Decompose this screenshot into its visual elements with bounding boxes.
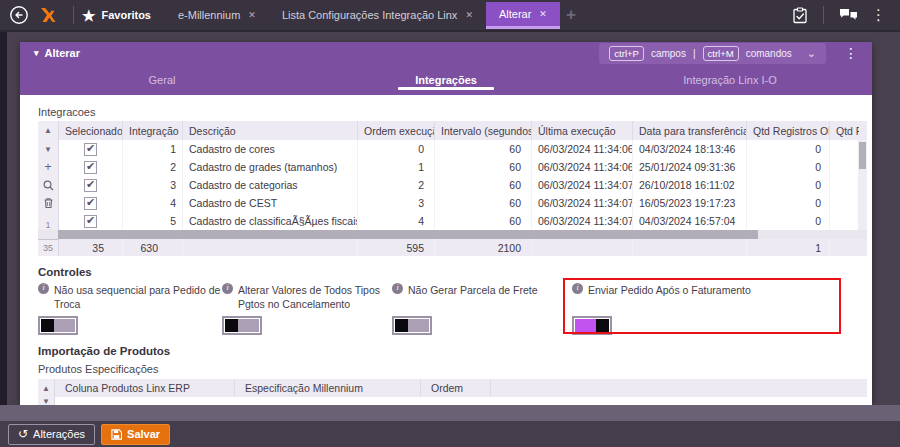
cell-qtd-ok: 0: [747, 212, 830, 230]
cell-qtd-reg: [830, 140, 859, 158]
info-icon[interactable]: i: [222, 283, 233, 294]
current-row-number: 1: [45, 220, 50, 230]
checkbox-checked[interactable]: ✔: [84, 215, 97, 228]
row-tools-cell[interactable]: +: [38, 158, 59, 176]
checkbox-checked[interactable]: ✔: [84, 161, 97, 174]
row-dropdown-icon[interactable]: ▼: [42, 397, 50, 405]
checkbox-checked[interactable]: ✔: [84, 143, 97, 156]
panel-title: Alterar: [45, 47, 80, 59]
tasks-clipboard-icon[interactable]: [785, 7, 815, 24]
alterar-panel: ▾ Alterar ctrl+P campos | ctrl+M comando…: [20, 42, 872, 405]
tab-lista-configuracoes[interactable]: Lista Configurações Integração Linx ✕: [269, 0, 486, 31]
summary-ultima: [532, 239, 633, 256]
panel-title-group[interactable]: ▾ Alterar: [20, 47, 80, 59]
overflow-menu-icon[interactable]: ⋮: [865, 6, 892, 24]
star-icon: ★: [82, 8, 95, 23]
tab-geral[interactable]: Geral: [20, 64, 304, 95]
new-tab-icon[interactable]: +: [566, 5, 576, 25]
summary-descricao: [183, 239, 358, 256]
toggle-nao-gerar-parcela[interactable]: [392, 316, 432, 335]
cell-intervalo: 60: [435, 140, 532, 158]
col-ordem-execucao[interactable]: Ordem execução: [358, 121, 435, 140]
table-row[interactable]: + ✔ 2 Cadastro de grades (tamanhos) 1 60…: [38, 158, 867, 176]
cell-selecionado: ✔: [59, 212, 123, 230]
panel-menu-icon[interactable]: ⋮: [836, 45, 866, 61]
col-qtd-registros-ok[interactable]: Qtd Registros Ok: [747, 121, 830, 140]
cell-data-transferencia: 04/03/2024 18:13:46: [633, 140, 747, 158]
tab-integracao-linx-io[interactable]: Integração Linx I-O: [588, 64, 872, 95]
trash-icon[interactable]: [43, 197, 54, 209]
toggle-alterar-valores[interactable]: [222, 316, 262, 335]
col-coluna-produtos[interactable]: Coluna Produtos Linx ERP: [55, 379, 235, 397]
sort-asc-icon[interactable]: ▲: [42, 384, 50, 393]
row-dropdown-icon[interactable]: ▼: [44, 145, 52, 154]
back-icon[interactable]: [9, 5, 29, 25]
search-icon[interactable]: [43, 180, 54, 191]
add-row-icon[interactable]: +: [44, 160, 51, 174]
table-row[interactable]: ▼ ✔ 1 Cadastro de cores 0 60 06/03/2024 …: [38, 140, 867, 158]
vertical-scrollbar[interactable]: [858, 140, 867, 230]
importacao-section-title: Importação de Produtos: [38, 345, 170, 357]
panel-content: Integracoes ▲ Selecionado Integração Des…: [20, 95, 872, 405]
changes-button-label: Alterações: [33, 428, 85, 440]
close-tab-icon[interactable]: ✕: [248, 10, 256, 20]
col-ultima-execucao[interactable]: Última execução: [532, 121, 633, 140]
shortcut-hints: ctrl+P campos | ctrl+M comandos ⌄: [599, 43, 826, 64]
info-icon[interactable]: i: [392, 283, 403, 294]
row-tools-cell[interactable]: [38, 194, 59, 212]
horizontal-scrollbar[interactable]: [38, 230, 867, 239]
favorites-button[interactable]: ★ Favoritos: [82, 8, 151, 23]
collapse-caret-icon[interactable]: ▾: [34, 48, 39, 58]
checkbox-checked[interactable]: ✔: [84, 179, 97, 192]
col-especificacao-millennium[interactable]: Especificação Millennium: [235, 379, 421, 397]
top-toolbar: ★ Favoritos e-Millennium ✕ Lista Configu…: [0, 0, 900, 32]
close-tab-icon[interactable]: ✕: [539, 9, 547, 19]
info-icon[interactable]: i: [38, 283, 49, 294]
control-label: Alterar Valores de Todos Tipos Pgtos no …: [238, 283, 394, 311]
cell-intervalo: 60: [435, 194, 532, 212]
col-intervalo[interactable]: Intervalo (segundos): [435, 121, 532, 140]
linx-logo-icon[interactable]: [39, 6, 57, 24]
col-ordem[interactable]: Ordem: [421, 379, 491, 397]
cell-data-transferencia: 04/03/2024 16:57:04: [633, 212, 747, 230]
grid2-partial-row[interactable]: ▼: [38, 397, 867, 405]
table-row[interactable]: ✔ 4 Cadastro de CEST 3 60 06/03/2024 11:…: [38, 194, 867, 212]
tab-integracoes[interactable]: Integrações: [304, 64, 588, 95]
table-row[interactable]: 1 ✔ 5 Cadastro de classificaÃ§Ãµes fisca…: [38, 212, 867, 230]
cell-descricao: Cadastro de grades (tamanhos): [183, 158, 358, 176]
tab-e-millennium[interactable]: e-Millennium ✕: [165, 0, 269, 31]
col-selecionado[interactable]: Selecionado: [59, 121, 123, 140]
cell-selecionado: ✔: [59, 176, 123, 194]
grid-summary-row: 35 35 630 595 2100 1: [38, 239, 867, 256]
chevron-down-icon[interactable]: ⌄: [807, 47, 816, 60]
row-tools-cell[interactable]: ▼: [38, 140, 59, 158]
sort-asc-icon[interactable]: ▲: [44, 126, 52, 135]
summary-integracao: 630: [123, 239, 183, 256]
sort-cell[interactable]: ▲: [38, 121, 59, 140]
changes-button[interactable]: ↺ Alterações: [8, 424, 95, 445]
cell-descricao: Cadastro de classificaÃ§Ãµes fiscais: [183, 212, 358, 230]
checkbox-checked[interactable]: ✔: [84, 197, 97, 210]
col-descricao[interactable]: Descrição: [183, 121, 358, 140]
close-tab-icon[interactable]: ✕: [465, 10, 473, 20]
panel-header-right: ctrl+P campos | ctrl+M comandos ⌄ ⋮: [599, 43, 872, 64]
chat-icon[interactable]: [832, 8, 865, 23]
col-integracao[interactable]: Integração: [123, 121, 183, 140]
row-counter-total: 35: [38, 239, 59, 256]
row-tools-cell[interactable]: ▼: [38, 397, 55, 405]
cell-qtd-reg: [830, 194, 859, 212]
horizontal-scrollbar-thumb[interactable]: [58, 230, 758, 239]
table-row[interactable]: ✔ 3 Cadastro de categorias 2 60 06/03/20…: [38, 176, 867, 194]
toggle-nao-usa-sequencial[interactable]: [38, 316, 78, 335]
col-data-transferencia[interactable]: Data para transferência: [633, 121, 747, 140]
produtos-especificacoes-label: Produtos Especificações: [38, 363, 158, 375]
tab-alterar[interactable]: Alterar ✕: [486, 2, 560, 29]
summary-qtd-ok: 1: [747, 239, 830, 256]
row-tools-cell[interactable]: [38, 176, 59, 194]
toggle-track: [54, 319, 75, 332]
sort-cell[interactable]: ▲: [38, 379, 55, 397]
col-qtd-reg[interactable]: Qtd Reg: [830, 121, 859, 140]
save-button[interactable]: Salvar: [101, 424, 170, 445]
cell-ordem: 2: [358, 176, 435, 194]
vertical-scrollbar-thumb[interactable]: [859, 142, 866, 169]
